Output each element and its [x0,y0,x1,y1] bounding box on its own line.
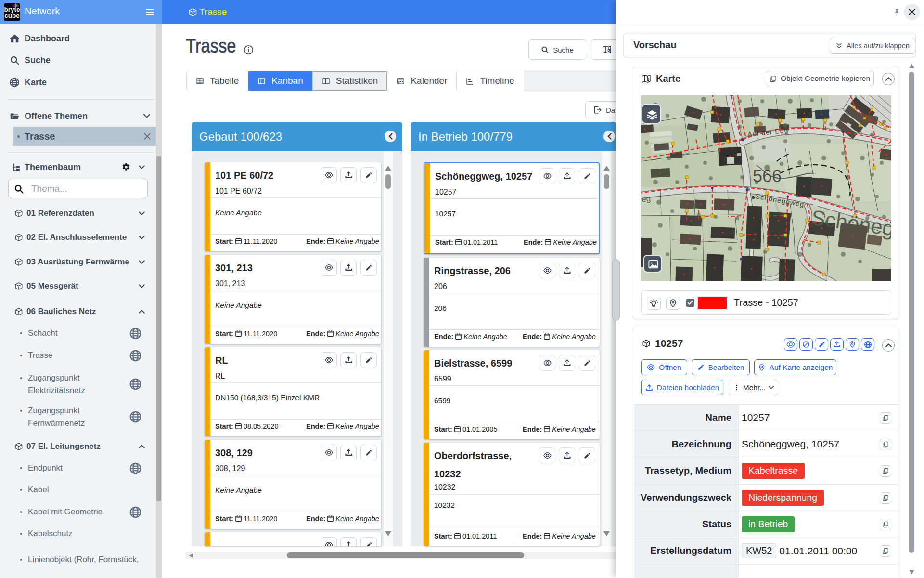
svg-text:eg: eg [641,194,651,204]
svg-text:566: 566 [753,166,782,186]
